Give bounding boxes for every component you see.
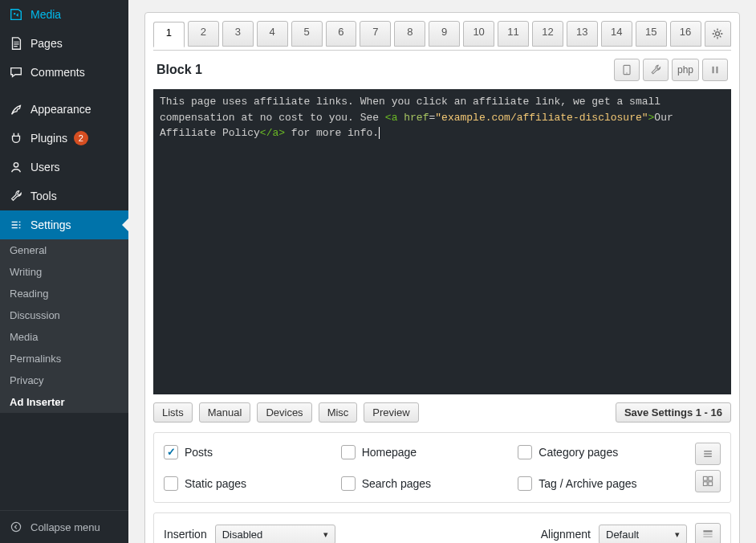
preview-button[interactable]: Preview — [364, 402, 418, 423]
tab-5[interactable]: 5 — [291, 21, 323, 47]
checkbox-search-pages[interactable]: Search pages — [341, 476, 518, 491]
placement-box: Posts Homepage Category pages — [153, 432, 731, 503]
alignment-label: Alignment — [541, 528, 591, 541]
sub-item-media[interactable]: Media — [0, 326, 128, 348]
checkbox-label: Posts — [185, 446, 213, 459]
checkbox-icon — [341, 476, 356, 491]
pause-button[interactable] — [702, 59, 728, 81]
sidebar-item-media[interactable]: Media — [0, 0, 128, 29]
tab-1[interactable]: 1 — [153, 22, 185, 47]
svg-rect-6 — [713, 67, 714, 73]
sidebar-item-label: Media — [30, 8, 61, 21]
checkbox-label: Search pages — [362, 477, 431, 490]
svg-rect-10 — [703, 482, 707, 486]
wrench-icon — [648, 62, 664, 78]
php-toggle-button[interactable]: php — [672, 59, 699, 81]
tab-9[interactable]: 9 — [429, 21, 460, 47]
tab-7[interactable]: 7 — [360, 21, 391, 47]
checkbox-icon — [164, 445, 178, 459]
svg-rect-7 — [716, 67, 717, 73]
checkbox-category-pages[interactable]: Category pages — [518, 445, 695, 459]
block-tabs: 1 2 3 4 5 6 7 8 9 10 11 12 13 14 15 16 — [153, 21, 731, 51]
sub-item-writing[interactable]: Writing — [0, 261, 128, 283]
insertion-value: Disabled — [222, 529, 263, 541]
settings-submenu: General Writing Reading Discussion Media… — [0, 239, 128, 413]
lists-button[interactable]: Lists — [153, 402, 193, 423]
tools-icon — [8, 188, 24, 204]
svg-rect-12 — [703, 530, 712, 532]
alignment-value: Default — [606, 529, 639, 541]
tab-16[interactable]: 16 — [670, 21, 701, 47]
code-text-2: for more info. — [285, 127, 380, 139]
save-settings-button[interactable]: Save Settings 1 - 16 — [616, 402, 731, 423]
tools-button[interactable] — [643, 59, 669, 81]
comments-icon — [8, 64, 24, 80]
tab-6[interactable]: 6 — [326, 21, 357, 47]
svg-point-1 — [14, 163, 18, 167]
sub-item-reading[interactable]: Reading — [0, 283, 128, 304]
collapse-menu-button[interactable]: Collapse menu — [0, 510, 128, 543]
manual-button[interactable]: Manual — [199, 402, 251, 423]
sidebar-item-appearance[interactable]: Appearance — [0, 95, 128, 124]
devices-button[interactable]: Devices — [257, 402, 311, 423]
sidebar-item-plugins[interactable]: Plugins 2 — [0, 124, 128, 153]
checkbox-icon — [341, 445, 356, 459]
admin-sidebar: Media Pages Comments Appearance Plugins … — [0, 0, 128, 543]
sub-item-discussion[interactable]: Discussion — [0, 304, 128, 326]
list-view-button[interactable] — [695, 443, 721, 465]
sidebar-item-settings[interactable]: Settings — [0, 210, 128, 239]
checkbox-icon — [518, 476, 532, 491]
svg-rect-13 — [703, 533, 712, 535]
sub-item-ad-inserter[interactable]: Ad Inserter — [0, 391, 128, 413]
checkbox-homepage[interactable]: Homepage — [341, 445, 518, 459]
tab-15[interactable]: 15 — [636, 21, 667, 47]
tab-13[interactable]: 13 — [567, 21, 598, 47]
checkbox-tag-archive-pages[interactable]: Tag / Archive pages — [518, 476, 695, 491]
tab-8[interactable]: 8 — [394, 21, 425, 47]
sidebar-item-users[interactable]: Users — [0, 153, 128, 182]
checkbox-label: Category pages — [539, 446, 618, 459]
sidebar-item-tools[interactable]: Tools — [0, 182, 128, 210]
settings-icon — [8, 217, 24, 233]
appearance-icon — [8, 101, 24, 117]
tab-4[interactable]: 4 — [257, 21, 288, 47]
tablet-icon — [619, 62, 635, 78]
gear-icon — [709, 26, 726, 42]
tab-12[interactable]: 12 — [532, 21, 563, 47]
alignment-select[interactable]: Default — [599, 525, 687, 544]
svg-rect-14 — [703, 536, 712, 537]
sidebar-item-label: Users — [30, 161, 60, 174]
sidebar-item-label: Tools — [30, 190, 57, 202]
device-preview-button[interactable] — [614, 59, 640, 81]
tab-2[interactable]: 2 — [188, 21, 219, 47]
checkbox-icon — [164, 476, 178, 491]
grid-icon — [700, 473, 716, 489]
sub-item-permalinks[interactable]: Permalinks — [0, 348, 128, 369]
insertion-select[interactable]: Disabled — [215, 525, 335, 544]
plugins-update-badge: 2 — [74, 131, 88, 145]
sub-item-privacy[interactable]: Privacy — [0, 369, 128, 391]
media-icon — [8, 6, 24, 22]
sub-item-general[interactable]: General — [0, 239, 128, 261]
layout-icon — [700, 526, 716, 542]
collapse-label: Collapse menu — [30, 521, 100, 533]
checkbox-posts[interactable]: Posts — [164, 445, 341, 459]
sidebar-item-pages[interactable]: Pages — [0, 29, 128, 58]
pages-icon — [8, 35, 24, 51]
block-header: Block 1 php — [153, 51, 731, 89]
tab-10[interactable]: 10 — [463, 21, 494, 47]
code-editor[interactable]: This page uses affiliate links. When you… — [153, 89, 731, 394]
sidebar-item-comments[interactable]: Comments — [0, 58, 128, 87]
checkbox-static-pages[interactable]: Static pages — [164, 476, 341, 491]
grid-view-button[interactable] — [695, 470, 721, 492]
sidebar-item-label: Pages — [30, 37, 63, 50]
tab-3[interactable]: 3 — [222, 21, 254, 47]
svg-rect-8 — [703, 476, 707, 480]
tab-14[interactable]: 14 — [601, 21, 632, 47]
tab-11[interactable]: 11 — [498, 21, 529, 47]
alignment-preview-button[interactable] — [695, 523, 721, 543]
svg-point-0 — [14, 13, 15, 14]
misc-button[interactable]: Misc — [319, 402, 358, 423]
pause-icon — [707, 62, 723, 78]
tab-settings-gear[interactable] — [705, 21, 731, 47]
